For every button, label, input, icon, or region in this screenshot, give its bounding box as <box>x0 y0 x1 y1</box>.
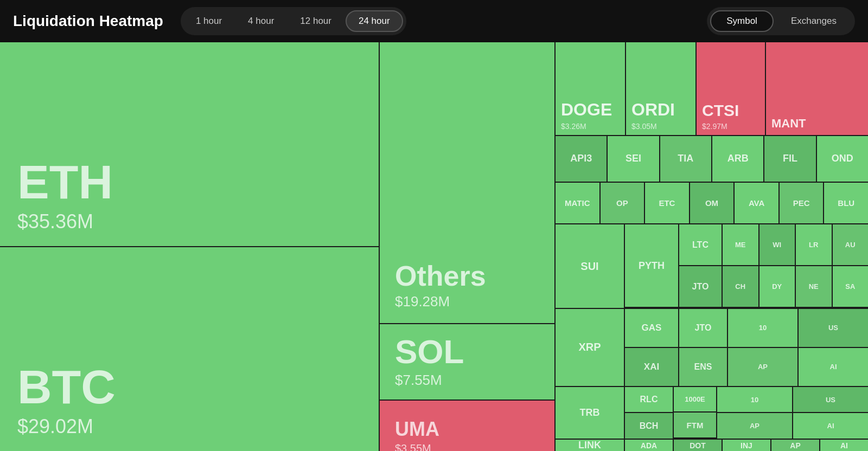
r6-c4[interactable]: AI <box>793 413 868 439</box>
header: Liquidation Heatmap 1 hour 4 hour 12 hou… <box>0 0 868 42</box>
pyth-cell[interactable]: PYTH <box>625 224 679 307</box>
e1000-cell[interactable]: 1000E <box>674 387 716 413</box>
ftm-cell[interactable]: FTM <box>674 413 716 439</box>
sa-cell[interactable]: SA <box>833 266 869 307</box>
row-r6: TRB RLC BCH 1000E FTM 10 US AP AI <box>556 387 868 440</box>
jto-cell[interactable]: JTO <box>679 309 727 348</box>
uma-cell[interactable]: UMA $3.55M <box>380 401 554 451</box>
etc-label: ETC <box>659 198 675 208</box>
xai-cell[interactable]: XAI <box>625 348 678 386</box>
fil-cell[interactable]: FIL <box>764 136 816 182</box>
ava-cell[interactable]: AVA <box>735 183 780 224</box>
inj-label: INJ <box>741 441 752 450</box>
inj-cell[interactable]: INJ <box>723 440 771 451</box>
sui-cell[interactable]: SUI <box>556 224 625 308</box>
bch-label: BCH <box>640 421 659 431</box>
doge-symbol: DOGE <box>561 100 620 120</box>
ond-label: OND <box>832 153 853 164</box>
dy-label: DY <box>772 282 782 291</box>
ordi-cell[interactable]: ORDI $3.05M <box>626 42 697 135</box>
ond-cell[interactable]: OND <box>817 136 868 182</box>
matic-cell[interactable]: MATIC <box>556 183 601 224</box>
api3-cell[interactable]: API3 <box>556 136 608 182</box>
jto-sub-cell[interactable]: JTO <box>679 266 722 307</box>
blu-cell[interactable]: BLU <box>824 183 868 224</box>
au-cell[interactable]: AU <box>833 224 869 265</box>
ltc-cell[interactable]: LTC <box>679 224 722 266</box>
others-value: $19.28M <box>395 293 539 310</box>
ai-cell[interactable]: AI <box>820 440 868 451</box>
rlc-cell[interactable]: RLC <box>625 387 673 414</box>
pec-cell[interactable]: PEC <box>780 183 825 224</box>
tab-exchanges[interactable]: Exchanges <box>776 10 852 32</box>
fil-label: FIL <box>783 153 797 164</box>
me-cell[interactable]: ME <box>723 224 760 265</box>
time-tabs-group: 1 hour 4 hour 12 hour 24 hour <box>181 7 406 35</box>
matic-label: MATIC <box>565 198 590 208</box>
sol-cell[interactable]: SOL $7.55M <box>380 324 554 401</box>
doge-cell[interactable]: DOGE $3.26M <box>556 42 626 135</box>
rlc-bch-col: RLC BCH <box>625 387 674 439</box>
doge-value: $3.26M <box>561 122 620 131</box>
jto-label: JTO <box>695 323 712 333</box>
gas-cell[interactable]: GAS <box>625 309 678 348</box>
pyth-label: PYTH <box>639 260 665 272</box>
app-title: Liquidation Heatmap <box>13 12 163 30</box>
r5-c4[interactable]: AI <box>799 348 868 386</box>
r5-small-grid: 10 US AP AI <box>728 309 868 386</box>
ap-cell[interactable]: AP <box>771 440 820 451</box>
ch-cell[interactable]: CH <box>723 266 760 307</box>
ens-cell[interactable]: ENS <box>679 348 727 386</box>
ctsi-cell[interactable]: CTSI $2.97M <box>697 42 766 135</box>
arb-cell[interactable]: ARB <box>712 136 764 182</box>
r5-c1[interactable]: 10 <box>728 309 799 347</box>
xai-label: XAI <box>644 362 659 372</box>
dy-cell[interactable]: DY <box>760 266 796 307</box>
r5-c2[interactable]: US <box>799 309 868 347</box>
xrp-cell[interactable]: XRP <box>556 309 625 386</box>
tia-cell[interactable]: TIA <box>660 136 712 182</box>
sei-cell[interactable]: SEI <box>608 136 660 182</box>
om-label: OM <box>705 198 718 208</box>
eth-cell[interactable]: ETH $35.36M <box>0 42 379 247</box>
tab-12hour[interactable]: 12 hour <box>288 10 343 32</box>
link-cell[interactable]: LINK <box>556 440 625 451</box>
dot-label: DOT <box>690 441 706 450</box>
wi-cell[interactable]: WI <box>760 224 796 265</box>
sei-label: SEI <box>626 153 641 164</box>
op-cell[interactable]: OP <box>601 183 646 224</box>
trb-cell[interactable]: TRB <box>556 387 625 439</box>
r6-small: 10 US AP AI <box>717 387 868 439</box>
col-left: ETH $35.36M BTC $29.02M <box>0 42 380 451</box>
tab-24hour[interactable]: 24 hour <box>346 10 403 32</box>
btc-cell[interactable]: BTC $29.02M <box>0 247 379 451</box>
tab-4hour[interactable]: 4 hour <box>236 10 286 32</box>
mant-cell[interactable]: MANT <box>766 42 868 135</box>
r4-right: PYTH LTC JTO ME WI LR AU CH <box>625 224 868 308</box>
r6-c1[interactable]: 10 <box>717 387 793 413</box>
others-cell[interactable]: Others $19.28M <box>380 42 554 324</box>
r5-c3[interactable]: AP <box>728 348 799 386</box>
sa-label: SA <box>845 282 855 291</box>
r6-c3[interactable]: AP <box>717 413 793 439</box>
r4-small-grid: ME WI LR AU CH DY NE SA <box>723 224 868 307</box>
om-cell[interactable]: OM <box>690 183 735 224</box>
sui-label: SUI <box>580 260 598 273</box>
r6-c2[interactable]: US <box>793 387 868 413</box>
etc-cell[interactable]: ETC <box>645 183 690 224</box>
sol-value: $7.55M <box>395 372 539 389</box>
dot-cell[interactable]: DOT <box>674 440 723 451</box>
ada-label: ADA <box>641 441 657 450</box>
lr-cell[interactable]: LR <box>796 224 833 265</box>
lr-label: LR <box>809 241 818 249</box>
ens-label: ENS <box>694 362 712 372</box>
e1000-col: 1000E FTM <box>674 387 717 439</box>
heatmap: ETH $35.36M BTC $29.02M Others $19.28M S… <box>0 42 868 451</box>
ada-cell[interactable]: ADA <box>625 440 674 451</box>
tab-symbol[interactable]: Symbol <box>710 10 774 32</box>
au-label: AU <box>845 241 856 249</box>
tab-1hour[interactable]: 1 hour <box>184 10 234 32</box>
bch-cell[interactable]: BCH <box>625 413 673 439</box>
ap-label: AP <box>790 441 800 450</box>
ne-cell[interactable]: NE <box>796 266 833 307</box>
